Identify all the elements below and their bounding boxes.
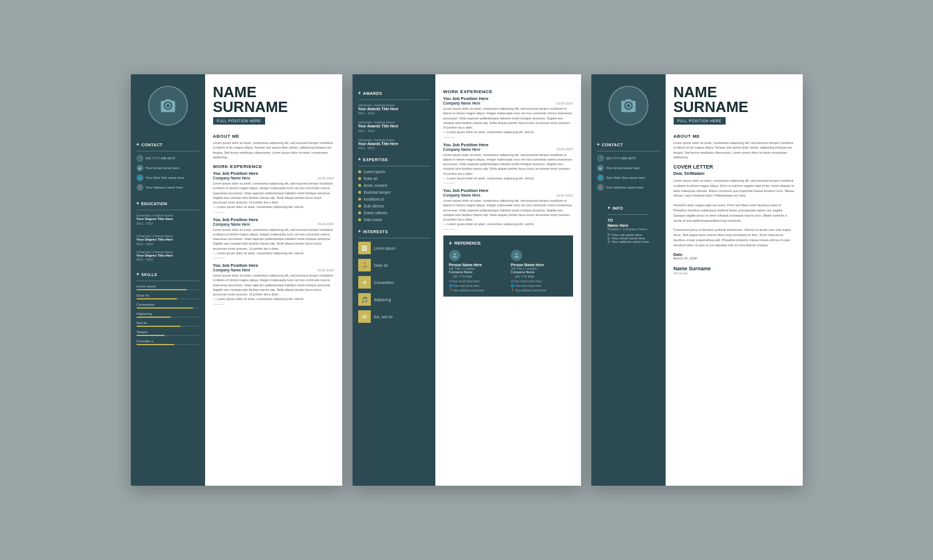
cover-date: March 20, 2030 bbox=[674, 257, 795, 260]
avatar-1 bbox=[148, 86, 188, 126]
job-entry-3: You Job Position Here Company Name Here … bbox=[213, 263, 334, 305]
avatar-3 bbox=[608, 86, 648, 126]
skill-5: Sed do bbox=[137, 321, 199, 327]
expertise-divider bbox=[358, 166, 430, 166]
signature-name: Name Surname bbox=[674, 266, 795, 271]
work-title-1: WORK EXPERIENCE bbox=[213, 164, 334, 169]
expertise-1: Lorem ipsum bbox=[358, 170, 430, 174]
camera-icon-3 bbox=[620, 97, 637, 114]
contact-web-item: 🌐 Your Web Site name here bbox=[137, 174, 199, 181]
expertise-3: Amet, consect bbox=[358, 183, 430, 187]
web-icon: 🌐 bbox=[137, 174, 143, 181]
about-title-1: ABOUT ME bbox=[213, 134, 334, 139]
about-text-1: Lorem ipsum dolor sit amet, consectetur … bbox=[213, 141, 334, 159]
contact-phone-item: 📞 000 7777 888 9879 bbox=[137, 155, 199, 162]
contact-web-3: 🌐 Your Web Site name here bbox=[597, 174, 660, 181]
interest-icon-3: ✈ bbox=[358, 276, 371, 289]
resume-card-1: + CONTACT 📞 000 7777 888 9879 ✉ Your Ema… bbox=[131, 74, 342, 486]
skill-2: Dolor sit bbox=[137, 294, 199, 299]
interests-section-title: + INTERESTS bbox=[358, 229, 430, 234]
edu-item-2: University / Institute Name Your Degree … bbox=[137, 234, 199, 246]
awards-section-title: + AWARDS bbox=[358, 90, 430, 96]
info-divider bbox=[607, 214, 649, 215]
award-3: University / Institute Name Your Awards … bbox=[358, 138, 430, 150]
web-icon-3: 🌐 bbox=[597, 174, 604, 181]
date-label: Date: bbox=[674, 253, 795, 257]
main-content-2: WORK EXPERIENCE You Job Position Here Co… bbox=[435, 74, 581, 486]
expertise-4: Eiusmod tempor bbox=[358, 190, 430, 194]
expertise-5: Incididunt ut bbox=[358, 197, 430, 201]
skill-3: Consectetur bbox=[137, 303, 199, 309]
interest-icon-5: ✉ bbox=[358, 310, 371, 323]
skill-4: Adipiscing bbox=[137, 312, 199, 318]
sidebar-2: + AWARDS University / Institute Name You… bbox=[353, 74, 435, 486]
resume-card-2: + AWARDS University / Institute Name You… bbox=[353, 74, 581, 486]
interest-5: ✉ Est, sed do bbox=[358, 310, 430, 323]
cover-body-1: Lorem ipsum dolor sit amet, consectetur … bbox=[674, 178, 795, 198]
award-1: University / Institute Name Your Awards … bbox=[358, 103, 430, 115]
info-section: + INFO TO Name Here Position / Company N… bbox=[607, 199, 649, 243]
ref-avatar-2 bbox=[511, 250, 522, 261]
name-block-3: NAME SURNAME bbox=[674, 85, 795, 114]
reference-title: + REFERENCE bbox=[449, 240, 567, 246]
sincerely: Sincerely, bbox=[674, 271, 795, 275]
cover-body-3: Consecutur purus ut faucibus pulvinar el… bbox=[674, 227, 795, 247]
education-divider bbox=[137, 210, 199, 210]
address-icon: 📍 bbox=[137, 184, 143, 191]
ref-1: Person Name Here Job Title / Location Co… bbox=[449, 250, 506, 292]
about-title-3: ABOUT ME bbox=[674, 134, 795, 139]
expertise-section-title: + EXPERTISE bbox=[358, 157, 430, 162]
email-icon: ✉ bbox=[137, 165, 143, 171]
skills-divider bbox=[137, 281, 199, 281]
contact-divider bbox=[137, 151, 199, 151]
education-section-title: + EDUCATION bbox=[137, 201, 199, 206]
reference-grid: Person Name Here Job Title / Location Co… bbox=[449, 250, 567, 292]
contact-section-title: + CONTACT bbox=[137, 142, 199, 147]
interest-3: ✈ Consectetur bbox=[358, 276, 430, 289]
contact-section-title-3: + CONTACT bbox=[597, 142, 660, 147]
interest-icon-1: 🖼 bbox=[358, 242, 371, 254]
contact-divider-3 bbox=[597, 151, 660, 151]
interest-2: 🏃 Dolor sit bbox=[358, 259, 430, 271]
ref-2: Person Name Here Job Title / Location Co… bbox=[511, 250, 567, 292]
info-section-title: + INFO bbox=[607, 205, 649, 211]
edu-item-1: University / Institute Name Your Degree … bbox=[137, 214, 199, 230]
cover-body-2: Hendrerit dolor magna eget est lorem. Pr… bbox=[674, 203, 795, 223]
reference-section: + REFERENCE Person Name Here Job Title /… bbox=[443, 235, 573, 297]
job-entry-1: You Job Position Here Company Name Here … bbox=[213, 171, 334, 213]
cover-salutation: Dear, Sir/Madam bbox=[674, 171, 795, 175]
work-title-2: WORK EXPERIENCE bbox=[443, 89, 573, 94]
about-text-3: Lorem ipsum dolor sit amet, consectetur … bbox=[674, 141, 795, 159]
skill-6: Tempor bbox=[137, 330, 199, 336]
scene: + CONTACT 📞 000 7777 888 9879 ✉ Your Ema… bbox=[114, 51, 820, 509]
camera-icon bbox=[159, 97, 177, 114]
to-section: TO Name Here Position / Company Name P: … bbox=[607, 218, 649, 243]
ref-avatar-1 bbox=[449, 250, 461, 261]
job-p2-3: You Job Position Here Company Name Here … bbox=[443, 188, 573, 230]
expertise-2: Dolor sit bbox=[358, 177, 430, 181]
resume-card-3: + CONTACT 📞 000 7777 888 9879 ✉ Your Ema… bbox=[591, 74, 803, 486]
main-content-1: NAME SURNAME FULL POSITION HERE ABOUT ME… bbox=[205, 74, 342, 486]
cover-letter-title: COVER LETTER bbox=[674, 164, 795, 170]
skill-1: Lorem ipsum bbox=[137, 285, 199, 290]
address-icon-3: 📍 bbox=[597, 184, 604, 191]
sidebar-1: + CONTACT 📞 000 7777 888 9879 ✉ Your Ema… bbox=[131, 74, 205, 486]
awards-divider bbox=[358, 99, 430, 100]
award-2: University / Institute Name Your Awards … bbox=[358, 121, 430, 132]
skills-section-title: + SKILLS bbox=[137, 271, 199, 277]
job-p2-2: You Job Position Here Company Name Here … bbox=[443, 142, 573, 184]
expertise-7: Donec ultrices bbox=[358, 211, 430, 215]
interest-1: 🖼 Lorem ipsum bbox=[358, 242, 430, 254]
interest-icon-4: 🎵 bbox=[358, 293, 371, 306]
contact-phone-3: 📞 000 7777 888 9879 bbox=[597, 155, 660, 162]
position-badge-1: FULL POSITION HERE bbox=[213, 117, 265, 125]
phone-icon: 📞 bbox=[137, 155, 143, 162]
phone-icon-3: 📞 bbox=[597, 155, 604, 162]
sidebar-3: + CONTACT 📞 000 7777 888 9879 ✉ Your Ema… bbox=[591, 74, 666, 486]
contact-address-item: 📍 Your Address name here bbox=[137, 184, 199, 191]
main-content-3: NAME SURNAME FULL POSITION HERE ABOUT ME… bbox=[666, 74, 803, 486]
name-block-1: NAME SURNAME bbox=[213, 85, 334, 114]
interests-divider bbox=[358, 238, 430, 238]
edu-item-3: University / Institute Name Your Degree … bbox=[137, 250, 199, 262]
contact-email-item: ✉ Your Email name here bbox=[137, 165, 199, 171]
